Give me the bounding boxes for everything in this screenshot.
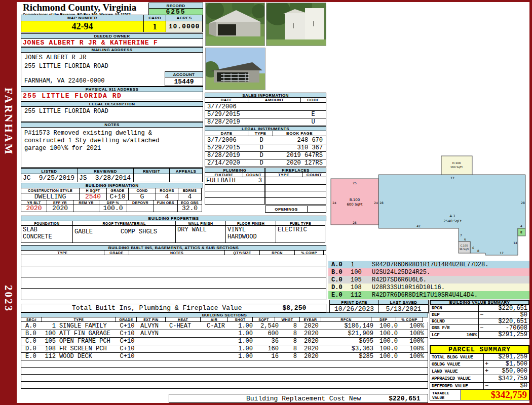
- year-built: 2020: [21, 205, 47, 212]
- empty-row: [21, 288, 326, 300]
- sec-type-num: 100: [43, 330, 56, 337]
- sec-type-num: 105: [43, 338, 56, 345]
- parcel-summary-row: DEFERRED VALUE −$0: [430, 382, 529, 390]
- value-summary-row: RCLND $220,651: [430, 318, 529, 325]
- foundation-2: CONCRETE: [23, 233, 72, 240]
- property-record-card: { "sidebar": { "district": "FARNHAM", "y…: [0, 0, 532, 405]
- ps-label: OBLDG VALUE: [432, 362, 460, 367]
- col-sec-dep: DEP: [371, 317, 396, 322]
- section-row: E.0112WOOD DECKC+101.001682020$285100.01…: [21, 352, 428, 360]
- col-inst-date: DATE: [205, 131, 248, 136]
- empty-row: [205, 184, 264, 191]
- sketch-code-row-a: A.01SR42D7R6D6R8D1R17U14R4U28L77D28.: [328, 261, 529, 268]
- sec-grade: C+10: [117, 322, 138, 330]
- sketch-d-size: 160 SqFt: [450, 166, 463, 169]
- foundation-1: SLAB: [23, 226, 72, 233]
- inst-book: 248 670: [274, 137, 323, 144]
- sales-information: SALES INFORMATION DATE AMOUNT CODE 3/7/2…: [205, 93, 326, 126]
- appeals-cell: [169, 174, 203, 182]
- ps-label: TOTAL BLDG VALUE: [432, 355, 473, 360]
- building-sketch: A.1 2540 SqFt B.100 600 SqFt C.105 36 Sq…: [328, 2, 529, 258]
- instrument-rows: 3/7/2006D248 670 5/29/2015D310 367 8/28/…: [205, 136, 326, 167]
- code-sec: B.0: [328, 269, 351, 276]
- dim-label: 6: [464, 237, 466, 241]
- economic-obs: 32.0: [177, 205, 202, 212]
- taxable-label-2: VALUE: [432, 395, 461, 400]
- sec-grade: C+10: [117, 338, 138, 345]
- sec-air: C-AIR: [203, 322, 231, 330]
- vs-label: RPCN: [432, 306, 442, 311]
- col-shgt: SHGT: [227, 317, 253, 322]
- sec-rpcn: $285: [326, 353, 376, 360]
- plumbing-row: FULLBATH3: [205, 177, 264, 184]
- vs-value: $291,259: [498, 332, 527, 338]
- section-row: A.01SINGLE FAMILYC+10ALVYNC-HEATC-AIR1.0…: [21, 322, 428, 330]
- inst-book: 310 367: [274, 144, 323, 151]
- map-card-acres: MAP NUMBER CARD ACRES 42-94 1 10.0000: [21, 15, 203, 32]
- sec-dep: 100.0: [376, 353, 402, 360]
- sketch-a-name: A.1: [449, 214, 455, 218]
- wall-finish-cell: DRY WALL: [175, 225, 226, 243]
- value-summary-row: RPCN $220,651: [430, 305, 529, 312]
- sec-sqft: 16: [256, 353, 279, 360]
- owner-name: JONES ALBERT R JR & KATHERINE F: [23, 39, 158, 47]
- map-number: 42-94: [21, 21, 144, 32]
- sec-whgt: 8: [279, 345, 304, 352]
- mailing-line-2: 255 LITTLE FLORIDA ROAD: [24, 63, 203, 70]
- dim-label: 6: [472, 246, 474, 250]
- code-num: 1: [351, 261, 372, 268]
- sec-type-name: ATT FIN GARAGE: [56, 330, 117, 337]
- record-number: 6255: [148, 8, 203, 15]
- sec-id: B.0: [21, 330, 43, 337]
- col-inst-type: TYPE: [248, 131, 273, 136]
- vs-label: RCLND: [432, 319, 445, 324]
- sketch-code-row-e: E.0112R42D7R6D6R8D1R17U10SR4U4L4D4.: [328, 291, 529, 299]
- sec-shgt: 1.00: [231, 322, 256, 330]
- instrument-row: 2/14/2020D2020 127RS: [205, 159, 326, 167]
- sketch-b-name: B.100: [350, 198, 360, 202]
- empty-row: [265, 197, 326, 204]
- sec-eyear: 2020: [304, 322, 326, 330]
- taxable-value-row: TAXABLE VALUE $342,759: [430, 389, 529, 400]
- listed-by: JC: [23, 174, 31, 182]
- parcel-summary-row: LAND VALUE +$50,000: [430, 368, 529, 375]
- value-summary-row: OBS F/E −-70608: [430, 325, 529, 332]
- col-fixture: FIXTURE: [205, 172, 243, 177]
- ps-label: DEFERRED VALUE: [432, 384, 468, 389]
- sale-date: 5/29/2015: [205, 111, 249, 118]
- sec-dep: 100.0: [376, 345, 402, 352]
- sale-date: 3/7/2006: [205, 103, 249, 110]
- sec-id: E.0: [21, 353, 43, 360]
- instrument-row: 3/7/2006D248 670: [205, 136, 326, 144]
- openings-label: OPENINGS: [265, 206, 308, 213]
- col-sale-amount: AMOUNT: [248, 97, 301, 103]
- section-rows: A.01SINGLE FAMILYC+10ALVYNC-HEATC-AIR1.0…: [21, 322, 428, 389]
- col-sec-comp: % COMP: [396, 317, 423, 322]
- code-sec: C.0: [328, 276, 351, 284]
- sec-grade: C+10: [117, 345, 138, 352]
- sketch-code-row-d: D.0108U28R33SU10R16D10L16.: [328, 284, 529, 291]
- parcel-summary-title: PARCEL SUMMARY: [430, 345, 529, 354]
- sec-shgt: 1.00: [231, 330, 256, 337]
- sec-ext: ALVYN: [138, 330, 167, 337]
- parcel-summary-row: APPRAISED VALUE $342,759: [430, 375, 529, 383]
- empty-row: [265, 177, 326, 184]
- sec-eyear: 2020: [304, 338, 326, 345]
- sale-date: 8/28/2019: [205, 118, 249, 126]
- replacement-cost-row: Building Replacement Cost New $220,651: [169, 394, 428, 403]
- effective-year: 2020: [47, 205, 73, 212]
- vs-value: $0: [520, 312, 527, 318]
- roof-cell: GABLECOMP SHGLS: [72, 225, 176, 243]
- col-rpcn: RPCN: [259, 250, 295, 255]
- ps-value: $1,500: [506, 361, 527, 368]
- print-info: PRINT DATE LAST SAVED 10/26/2023 5/13/20…: [329, 300, 429, 313]
- section-row: C.0105OPEN FRAME PCHC+101.003682020$6951…: [21, 337, 428, 345]
- vs-value: $220,651: [498, 305, 527, 312]
- legal-description-box: 255 LITTLE FLORIDA ROAD: [21, 106, 203, 122]
- dep-override: [127, 205, 154, 212]
- vs-extra: 100%: [467, 333, 477, 338]
- code-num: 112: [351, 292, 372, 299]
- inst-type: D: [249, 152, 274, 159]
- fuel-type-cell: ELECTRIC: [276, 225, 325, 243]
- building-properties: BUILDING PROPERTIES FOUNDATION ROOF TYPE…: [21, 216, 326, 243]
